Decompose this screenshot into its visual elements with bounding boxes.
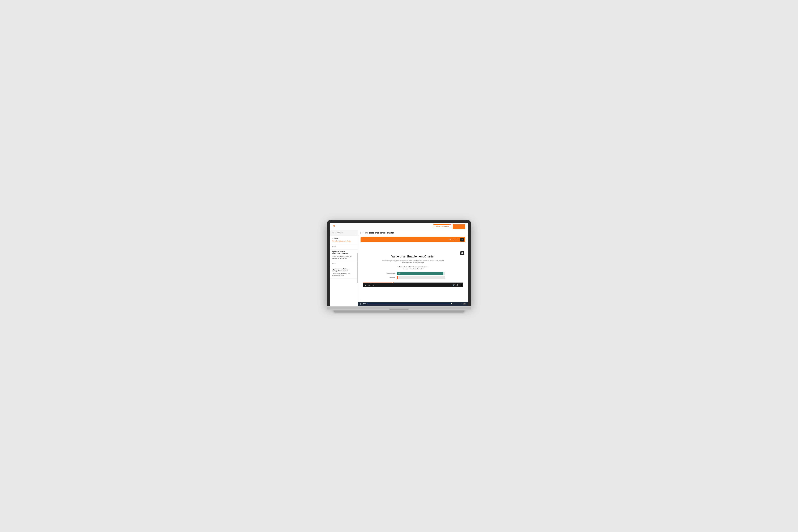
sidebar: 0% COMPLETE nt charter The sales enablem… [330,230,358,306]
play-button[interactable]: ▶ [365,284,366,286]
sidebar-item-exams-1[interactable]: Exams [332,245,356,248]
sidebar-scrollbar[interactable] [357,253,358,283]
cc-button[interactable]: CC [463,303,466,305]
progress-bar-track [332,234,356,234]
bottom-video-bar: ⏸ 6:06 CC [358,302,468,306]
video-container: SEC Sales Enabler Collective ⚙ [358,236,468,302]
top-bar-left: ⚙ [332,225,335,228]
bar-value-1: 97% [398,272,400,274]
bottom-progress-thumb [451,303,452,304]
sidebar-section-1: nt charter The sales enablement charter [330,236,358,244]
video-comment-button[interactable]: 💬 [460,251,464,255]
section-title-2: mponents: mission& opportunity statement [332,251,356,254]
video-controls: ▶ 02:06 | 6:43 🔊 [363,283,463,287]
pause-button[interactable]: ⏸ [360,303,362,305]
slide-main-title: Value of an Enablement Charter [391,255,435,258]
sidebar-section-exams1: Exams [330,244,358,250]
prev-lecture-label: Previous Lecture [436,225,449,227]
sec-logo-subtitle-1: Sales Enabler [453,239,459,240]
progress-suffix: COMPLETE [335,232,343,233]
sec-logo-subtitle-2: Collective [453,240,459,241]
bar-track-1: 97% [397,272,445,275]
bar-fill-2: 3% [397,276,398,279]
settings-icon[interactable]: ⚙ [332,225,335,228]
laptop-wrapper: ⚙ ‹ Previous Lecture [327,220,471,312]
sidebar-item-mission[interactable]: Mission statements, opportunity ments an… [332,255,356,260]
chevron-left-icon: ‹ [435,225,436,227]
content-area: The sales enablement charter SEC [358,230,468,306]
sec-logo-text: SEC [449,239,452,240]
section-title-3: mponents: stakeholders,and logistics/res… [332,268,356,272]
main-content: 0% COMPLETE nt charter The sales enablem… [330,230,468,306]
progress-percent: 0% [332,232,334,233]
progress-label: 0% COMPLETE [332,232,356,233]
sidebar-item-exams-2[interactable]: Exams [332,263,356,265]
sidebar-section-exams2: Exams [330,261,358,267]
video-settings-button[interactable]: ⚙ [460,238,464,242]
video-player: SEC Sales Enabler Collective ⚙ [361,238,466,300]
bar-chart: Increased success 97% [381,272,445,281]
app-container: ⚙ ‹ Previous Lecture [330,223,468,306]
laptop-screen: ⚙ ‹ Previous Lecture [330,223,468,306]
chart-title: Sales enablement team's impact on busine… [398,266,429,270]
video-brand-bar: SEC Sales Enabler Collective ⚙ [361,238,466,242]
video-progress-thumb [392,282,394,284]
bar-value-2: 3% [398,277,400,278]
sidebar-item-stakeholders[interactable]: Stakeholders, outcomes and cs/resources … [332,272,356,277]
video-slide: 💬 Value of an Enablement Charter One CSO… [361,242,466,300]
video-progress-section: ▶ 02:06 | 6:43 🔊 [363,283,463,287]
current-time: 02:06 [368,284,372,286]
bar-row-2: No increase 3% [381,276,445,279]
bar-label-1: Increased success [381,273,396,274]
bar-row-1: Increased success 97% [381,272,445,275]
laptop-foot [334,310,464,312]
previous-lecture-button[interactable]: ‹ Previous Lecture [433,224,451,228]
total-time: 6:43 [373,284,375,286]
next-lecture-button[interactable] [453,224,466,229]
bottom-progress-fill [367,304,452,304]
lecture-title: The sales enablement charter [365,232,394,234]
section-title-1: nt charter [332,238,356,239]
volume-icon[interactable]: 🔊 [453,284,455,286]
laptop-base [327,306,471,310]
lecture-header: The sales enablement charter [358,230,468,236]
time-display: 02:06 | 6:43 [368,284,375,286]
fullscreen-icon[interactable]: ⛶ [459,284,461,286]
video-play-icon [361,232,363,234]
top-bar-right: ‹ Previous Lecture [433,224,466,229]
video-progress-fill [363,283,393,283]
sidebar-section-2: mponents: mission& opportunity statement… [330,250,358,262]
svg-marker-0 [362,232,362,233]
bottom-time: 6:06 [363,303,366,305]
bar-label-2: No increase [381,277,396,278]
laptop-bezel: ⚙ ‹ Previous Lecture [327,220,471,306]
bar-fill-1: 97% [397,272,443,275]
resize-icon[interactable]: ⊡ [456,284,458,286]
progress-section: 0% COMPLETE [330,230,358,236]
video-progress-bar[interactable] [363,283,463,283]
slide-subtitle: One CSO Insights study found that organi… [381,260,445,264]
bottom-progress-track[interactable] [367,304,462,304]
top-bar: ⚙ ‹ Previous Lecture [330,223,468,230]
sidebar-item-charter[interactable]: The sales enablement charter [332,240,356,243]
sec-logo: SEC Sales Enabler Collective [449,239,459,241]
bar-track-2: 3% [397,276,445,279]
sidebar-section-3: mponents: stakeholders,and logistics/res… [330,267,358,279]
